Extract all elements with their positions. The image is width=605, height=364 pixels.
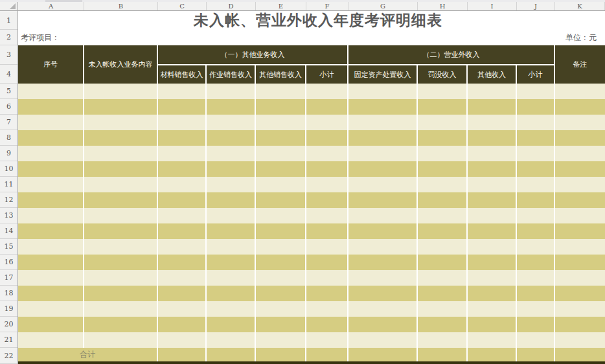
empty-cell[interactable] [306, 161, 347, 177]
empty-cell[interactable] [517, 239, 554, 255]
header-remark[interactable]: 备注 [555, 45, 605, 84]
empty-cell[interactable] [555, 223, 605, 239]
empty-cell[interactable] [207, 192, 255, 208]
empty-cell[interactable] [468, 255, 516, 270]
empty-cell[interactable] [468, 317, 516, 332]
empty-cell[interactable] [517, 146, 554, 161]
empty-cell[interactable] [158, 332, 205, 348]
empty-cell[interactable] [517, 317, 554, 332]
empty-cell[interactable] [158, 255, 205, 270]
empty-cell[interactable] [207, 223, 255, 239]
empty-cell[interactable] [207, 255, 255, 270]
header-material-sales-income[interactable]: 材料销售收入 [158, 65, 205, 84]
row-header-5[interactable]: 5 [0, 84, 17, 99]
empty-cell[interactable] [207, 286, 255, 301]
empty-cell[interactable] [517, 84, 554, 99]
row-header-7[interactable]: 7 [0, 115, 17, 130]
empty-cell[interactable] [468, 99, 516, 115]
empty-cell[interactable] [207, 115, 255, 130]
empty-cell[interactable] [158, 99, 205, 115]
header-other-income[interactable]: 其他收入 [468, 65, 516, 84]
empty-cell[interactable] [256, 177, 305, 192]
empty-cell[interactable] [18, 223, 83, 239]
empty-cell[interactable] [18, 177, 83, 192]
empty-cell[interactable] [256, 146, 305, 161]
empty-cell[interactable] [555, 239, 605, 255]
empty-cell[interactable] [418, 286, 466, 301]
empty-cell[interactable] [418, 208, 466, 223]
empty-cell[interactable] [207, 130, 255, 146]
row-header-22[interactable]: 22 [0, 348, 17, 364]
empty-cell[interactable] [517, 301, 554, 317]
empty-cell[interactable] [306, 208, 347, 223]
empty-cell[interactable] [256, 286, 305, 301]
total-cell[interactable] [517, 348, 554, 361]
empty-cell[interactable] [158, 270, 205, 286]
row-header-6[interactable]: 6 [0, 99, 17, 115]
empty-cell[interactable] [348, 177, 417, 192]
total-cell[interactable] [418, 348, 466, 361]
empty-cell[interactable] [418, 115, 466, 130]
column-header-G[interactable]: G [348, 2, 418, 10]
total-cell[interactable] [158, 348, 205, 361]
header-operation-sales-income[interactable]: 作业销售收入 [207, 65, 255, 84]
empty-cell[interactable] [517, 177, 554, 192]
row-header-13[interactable]: 13 [0, 208, 17, 223]
empty-cell[interactable] [418, 130, 466, 146]
column-header-J[interactable]: J [517, 2, 555, 10]
empty-cell[interactable] [348, 332, 417, 348]
empty-cell[interactable] [348, 115, 417, 130]
empty-cell[interactable] [306, 146, 347, 161]
empty-cell[interactable] [84, 130, 157, 146]
empty-cell[interactable] [517, 286, 554, 301]
row-header-17[interactable]: 17 [0, 270, 17, 286]
empty-cell[interactable] [256, 332, 305, 348]
empty-cell[interactable] [207, 146, 255, 161]
empty-cell[interactable] [256, 270, 305, 286]
empty-cell[interactable] [468, 223, 516, 239]
empty-cell[interactable] [555, 301, 605, 317]
empty-cell[interactable] [18, 270, 83, 286]
empty-cell[interactable] [468, 208, 516, 223]
empty-cell[interactable] [348, 84, 417, 99]
empty-cell[interactable] [418, 239, 466, 255]
empty-cell[interactable] [468, 332, 516, 348]
empty-cell[interactable] [306, 270, 347, 286]
empty-cell[interactable] [418, 161, 466, 177]
empty-cell[interactable] [207, 317, 255, 332]
empty-cell[interactable] [256, 192, 305, 208]
column-header-B[interactable]: B [84, 2, 158, 10]
empty-cell[interactable] [306, 301, 347, 317]
empty-cell[interactable] [84, 208, 157, 223]
header-subtotal-1[interactable]: 小计 [306, 65, 347, 84]
empty-cell[interactable] [468, 177, 516, 192]
column-header-E[interactable]: E [256, 2, 306, 10]
empty-cell[interactable] [18, 239, 83, 255]
empty-cell[interactable] [418, 317, 466, 332]
empty-cell[interactable] [207, 99, 255, 115]
row-header-21[interactable]: 21 [0, 332, 17, 348]
header-fixed-asset-disposal-income[interactable]: 固定资产处置收入 [348, 65, 417, 84]
empty-cell[interactable] [555, 317, 605, 332]
empty-cell[interactable] [158, 239, 205, 255]
empty-cell[interactable] [207, 301, 255, 317]
column-header-I[interactable]: I [468, 2, 517, 10]
empty-cell[interactable] [348, 161, 417, 177]
row-header-15[interactable]: 15 [0, 239, 17, 255]
empty-cell[interactable] [18, 286, 83, 301]
empty-cell[interactable] [306, 317, 347, 332]
empty-cell[interactable] [18, 255, 83, 270]
empty-cell[interactable] [555, 177, 605, 192]
select-all-button[interactable] [0, 2, 18, 10]
empty-cell[interactable] [468, 286, 516, 301]
empty-cell[interactable] [158, 286, 205, 301]
empty-cell[interactable] [418, 177, 466, 192]
empty-cell[interactable] [207, 84, 255, 99]
empty-cell[interactable] [18, 332, 83, 348]
empty-cell[interactable] [256, 115, 305, 130]
empty-cell[interactable] [468, 84, 516, 99]
empty-cell[interactable] [158, 192, 205, 208]
empty-cell[interactable] [468, 270, 516, 286]
empty-cell[interactable] [158, 130, 205, 146]
empty-cell[interactable] [18, 317, 83, 332]
